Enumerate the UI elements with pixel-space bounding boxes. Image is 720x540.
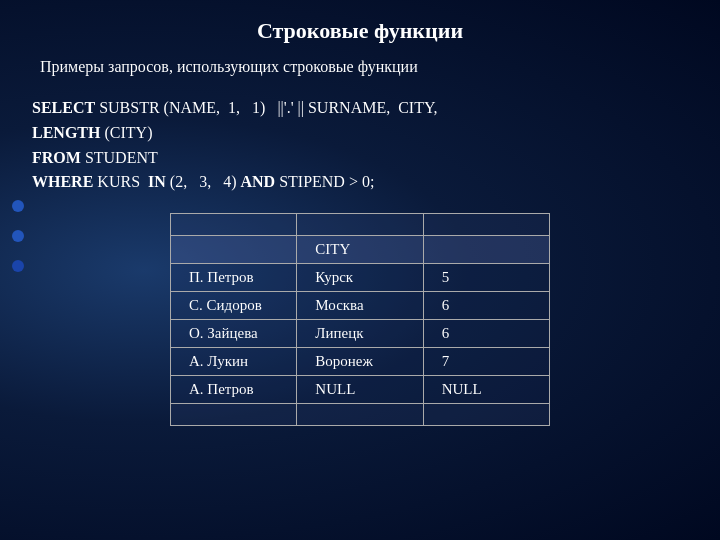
cell-name-2: С. Сидоров: [171, 292, 297, 320]
code-block: SELECT SUBSTR (NAME, 1, 1) ||'.' || SURN…: [32, 96, 688, 195]
col-header-city: CITY: [297, 236, 423, 264]
kw-where: WHERE: [32, 173, 93, 190]
page-title: Строковые функции: [32, 18, 688, 44]
code-line-4: WHERE KURS IN (2, 3, 4) AND STIPEND > 0;: [32, 170, 688, 195]
kw-in: IN: [148, 173, 166, 190]
code-from-table: STUDENT: [85, 149, 158, 166]
kw-length: LENGTH: [32, 124, 100, 141]
code-line-2: LENGTH (CITY): [32, 121, 688, 146]
cell-city-3: Липецк: [297, 320, 423, 348]
cell-len-3: 6: [423, 320, 549, 348]
kw-select: SELECT: [32, 99, 95, 116]
kw-from: FROM: [32, 149, 81, 166]
results-table: CITY П. Петров Курск 5 С. Сидоров Москва…: [170, 213, 550, 426]
cell-name-4: А. Лукин: [171, 348, 297, 376]
table-row: А. Лукин Воронеж 7: [171, 348, 550, 376]
cell-city-4: Воронеж: [297, 348, 423, 376]
code-line-3: FROM STUDENT: [32, 146, 688, 171]
col-header-name: [171, 236, 297, 264]
cell-city-1: Курск: [297, 264, 423, 292]
cell-name-1: П. Петров: [171, 264, 297, 292]
table-row: О. Зайцева Липецк 6: [171, 320, 550, 348]
code-length-args: (CITY): [104, 124, 152, 141]
cell-len-2: 6: [423, 292, 549, 320]
empty-cell: [297, 214, 423, 236]
table-wrapper: CITY П. Петров Курск 5 С. Сидоров Москва…: [32, 213, 688, 426]
code-stipend: STIPEND > 0;: [279, 173, 374, 190]
code-line-1: SELECT SUBSTR (NAME, 1, 1) ||'.' || SURN…: [32, 96, 688, 121]
code-in-args: (2, 3, 4): [170, 173, 241, 190]
cell-len-1: 5: [423, 264, 549, 292]
kw-and: AND: [240, 173, 275, 190]
empty-cell: [171, 214, 297, 236]
cell-city-5: NULL: [297, 376, 423, 404]
table-row: А. Петров NULL NULL: [171, 376, 550, 404]
code-substr: SUBSTR (NAME, 1, 1) ||'.' || SURNAME, CI…: [99, 99, 437, 116]
table-row-empty-top: [171, 214, 550, 236]
empty-cell: [423, 214, 549, 236]
cell-len-5: NULL: [423, 376, 549, 404]
table-row: П. Петров Курск 5: [171, 264, 550, 292]
cell-name-3: О. Зайцева: [171, 320, 297, 348]
table-row-empty-bottom: [171, 404, 550, 426]
cell-len-4: 7: [423, 348, 549, 376]
table-header-row: CITY: [171, 236, 550, 264]
subtitle-text: Примеры запросов, использующих строковые…: [32, 58, 688, 76]
code-where-kurs: KURS: [97, 173, 148, 190]
empty-cell: [423, 404, 549, 426]
empty-cell: [171, 404, 297, 426]
table-row: С. Сидоров Москва 6: [171, 292, 550, 320]
col-header-length: [423, 236, 549, 264]
empty-cell: [297, 404, 423, 426]
main-container: Строковые функции Примеры запросов, испо…: [0, 0, 720, 444]
cell-name-5: А. Петров: [171, 376, 297, 404]
cell-city-2: Москва: [297, 292, 423, 320]
